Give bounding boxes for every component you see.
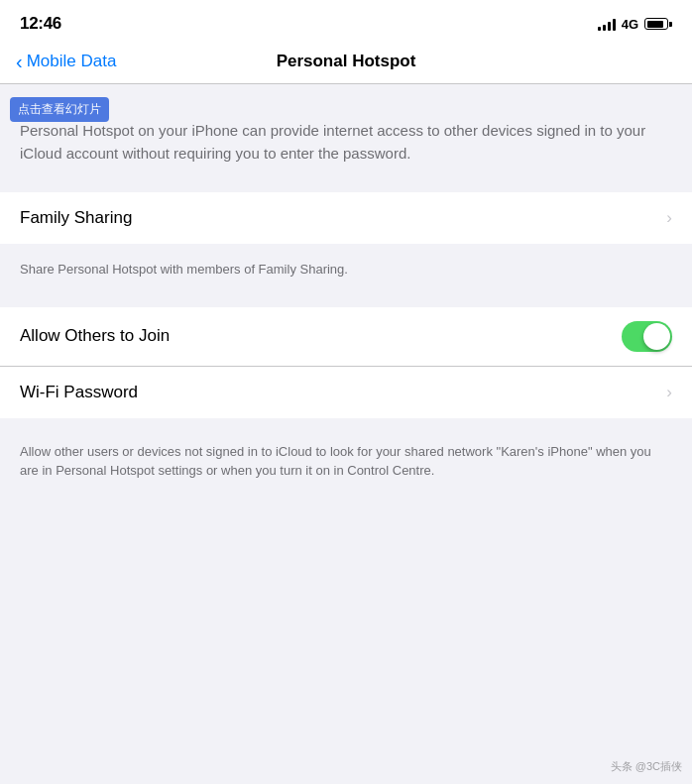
family-sharing-section: Family Sharing › bbox=[0, 192, 692, 244]
status-icons: 4G bbox=[598, 17, 672, 32]
watermark: 头条 @3C插侠 bbox=[611, 759, 682, 774]
wifi-password-chevron-icon: › bbox=[666, 383, 672, 402]
signal-bar-3 bbox=[608, 22, 611, 31]
allow-others-label: Allow Others to Join bbox=[20, 326, 170, 346]
wifi-password-right: › bbox=[666, 383, 672, 402]
back-button[interactable]: ‹ Mobile Data bbox=[16, 52, 116, 71]
wifi-password-label: Wi-Fi Password bbox=[20, 383, 138, 402]
settings-section: Allow Others to Join Wi-Fi Password › bbox=[0, 307, 692, 418]
signal-bar-1 bbox=[598, 27, 601, 31]
info-text: Personal Hotspot on your iPhone can prov… bbox=[20, 120, 672, 165]
family-sharing-label: Family Sharing bbox=[20, 208, 132, 228]
allow-others-row[interactable]: Allow Others to Join bbox=[0, 307, 692, 367]
footer-block: Allow other users or devices not signed … bbox=[0, 426, 692, 501]
family-sharing-row[interactable]: Family Sharing › bbox=[0, 192, 692, 244]
page-title: Personal Hotspot bbox=[277, 52, 416, 71]
signal-bar-2 bbox=[603, 25, 606, 31]
status-bar: 12:46 4G bbox=[0, 0, 692, 44]
network-label: 4G bbox=[622, 17, 638, 32]
signal-bars-icon bbox=[598, 17, 616, 31]
wifi-password-row[interactable]: Wi-Fi Password › bbox=[0, 367, 692, 418]
back-label: Mobile Data bbox=[27, 52, 117, 71]
section-gap-3 bbox=[0, 299, 692, 307]
family-sharing-chevron-icon: › bbox=[666, 208, 672, 228]
tooltip-overlay: 点击查看幻灯片 bbox=[10, 97, 109, 122]
back-chevron-icon: ‹ bbox=[16, 52, 23, 71]
section-gap-2 bbox=[0, 184, 692, 192]
battery-fill bbox=[647, 21, 663, 28]
toggle-knob bbox=[643, 323, 670, 350]
tooltip-text: 点击查看幻灯片 bbox=[18, 102, 101, 116]
battery-icon bbox=[644, 18, 672, 30]
signal-bar-4 bbox=[613, 19, 616, 31]
battery-body bbox=[644, 18, 668, 30]
allow-others-toggle[interactable] bbox=[622, 321, 672, 352]
family-sharing-right: › bbox=[666, 208, 672, 228]
allow-others-right bbox=[622, 321, 672, 352]
nav-bar: ‹ Mobile Data Personal Hotspot 点击查看幻灯片 bbox=[0, 44, 692, 84]
footer-text: Allow other users or devices not signed … bbox=[20, 442, 672, 481]
family-sharing-note: Share Personal Hotspot with members of F… bbox=[20, 260, 672, 280]
family-sharing-note-block: Share Personal Hotspot with members of F… bbox=[0, 244, 692, 299]
section-gap-4 bbox=[0, 418, 692, 426]
battery-tip bbox=[669, 22, 672, 27]
status-time: 12:46 bbox=[20, 14, 61, 34]
